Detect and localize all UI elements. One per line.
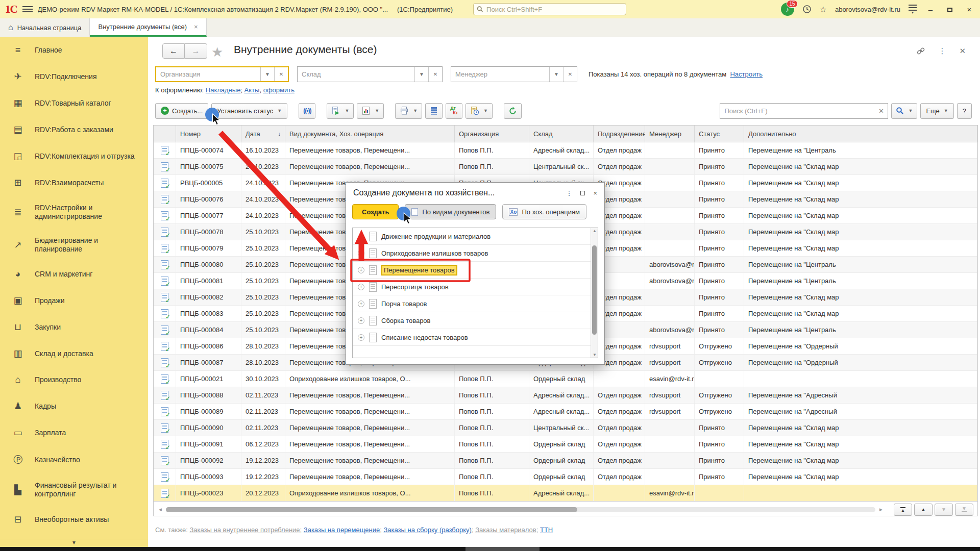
sidebar-item-15[interactable]: ⓅКазначейство xyxy=(0,446,148,473)
table-row[interactable]: ✓ППЦБ-00009002.11.2023Перемещение товаро… xyxy=(154,420,977,436)
tab-home[interactable]: ⌂ Начальная страница xyxy=(0,18,90,37)
table-row[interactable]: ✓ППЦБ-00009219.12.2023Перемещение товаро… xyxy=(154,453,977,469)
dialog-titlebar[interactable]: Создание документа по хозяйствен... ⋮ × xyxy=(346,183,604,203)
to-register-link-0[interactable]: Накладные xyxy=(206,86,241,94)
dialog-create-button[interactable]: Создать xyxy=(352,204,399,219)
clear-icon[interactable]: ✕ xyxy=(563,67,577,82)
expand-plus-icon[interactable]: + xyxy=(358,300,364,307)
sidebar-item-17[interactable]: ⊟Внеоборотные активы xyxy=(0,506,148,533)
table-search[interactable]: ✕ xyxy=(720,103,888,119)
sidebar-item-11[interactable]: ▥Склад и доставка xyxy=(0,340,148,367)
table-row[interactable]: ✓ППЦБ-00007416.10.2023Перемещение товаро… xyxy=(154,142,977,159)
tab-internal-documents[interactable]: Внутренние документы (все) × xyxy=(90,18,206,37)
table-row[interactable]: ✓ППЦБ-00009106.12.2023Перемещение товаро… xyxy=(154,436,977,453)
sidebar-item-9[interactable]: ▣Продажи xyxy=(0,287,148,314)
see-also-link-3[interactable]: Заказы материалов xyxy=(475,526,536,534)
sidebar-item-3[interactable]: ▤RDV:Работа с заказами xyxy=(0,116,148,143)
clear-icon[interactable]: ✕ xyxy=(274,67,288,81)
load-documents-button[interactable]: ▼ xyxy=(327,103,354,119)
reports-button[interactable]: ▼ xyxy=(357,103,384,119)
sidebar-item-16[interactable]: ▙Финансовый результат и контроллинг xyxy=(0,473,148,506)
dialog-list-item-6[interactable]: +Списание недостач товаров xyxy=(353,329,598,346)
minimize-button[interactable]: – xyxy=(925,5,936,14)
column-header-2[interactable]: Вид документа, Хоз. операция xyxy=(285,126,455,142)
create-button[interactable]: + Создать... xyxy=(155,103,208,119)
filter-organization-input[interactable] xyxy=(156,67,260,81)
column-header-5[interactable]: Подразделение xyxy=(594,126,645,142)
filter-manager[interactable]: ▼ ✕ xyxy=(451,66,577,82)
filter-warehouse[interactable]: ▼ ✕ xyxy=(297,66,443,82)
sidebar-item-14[interactable]: ▭Зарплата xyxy=(0,419,148,446)
scroll-up-icon[interactable]: ▲ xyxy=(591,229,598,233)
scroll-left-icon[interactable]: ◄ xyxy=(158,507,163,512)
print-button[interactable]: ▼ xyxy=(395,103,422,119)
user-email[interactable]: aborovtsova@rdv-it.ru xyxy=(835,6,900,13)
column-header-3[interactable]: Организация xyxy=(455,126,529,142)
configure-link[interactable]: Настроить xyxy=(730,70,763,78)
scroll-down-icon[interactable]: ▼ xyxy=(591,353,598,357)
register-list-button[interactable] xyxy=(425,103,443,119)
column-header-8[interactable]: Дополнительно xyxy=(744,126,977,142)
sidebar-item-2[interactable]: ▦RDV:Товарный каталог xyxy=(0,90,148,116)
scrollbar-thumb[interactable] xyxy=(592,245,597,335)
clear-icon[interactable]: ✕ xyxy=(428,67,442,82)
sidebar-collapse-button[interactable]: ▼ xyxy=(0,539,148,547)
filter-manager-input[interactable] xyxy=(451,67,549,82)
forward-button[interactable]: → xyxy=(185,43,207,59)
global-search[interactable] xyxy=(473,3,626,15)
dtkt-postings-button[interactable]: ДтКт xyxy=(446,103,462,119)
expand-plus-icon[interactable]: + xyxy=(358,284,364,290)
sidebar-item-7[interactable]: ↗Бюджетирование и планирование xyxy=(0,229,148,261)
clear-search-icon[interactable]: ✕ xyxy=(874,107,888,115)
events-button[interactable]: ((•)) xyxy=(299,103,315,119)
table-row[interactable]: ✓ППЦБ-00007524.10.2023Перемещение товаро… xyxy=(154,159,977,175)
to-register-link-1[interactable]: Акты xyxy=(244,86,260,94)
dialog-list-item-0[interactable]: +Движение продукции и материалов xyxy=(353,228,598,245)
scrollbar-thumb[interactable] xyxy=(166,507,577,512)
go-previous-button[interactable]: ▲ xyxy=(914,504,933,516)
see-also-link-1[interactable]: Заказы на перемещение xyxy=(304,526,380,534)
more-actions-icon[interactable]: ⋮ xyxy=(938,46,946,56)
dialog-list-item-1[interactable]: +Оприходование излишков товаров xyxy=(353,245,598,262)
table-row[interactable]: ✓ППЦБ-00009319.12.2023Перемещение товаро… xyxy=(154,469,977,485)
column-header-7[interactable]: Статус xyxy=(695,126,744,142)
filter-organization[interactable]: ▼ ✕ xyxy=(155,66,289,82)
sidebar-item-4[interactable]: ◲RDV:Комплектация и отгрузка xyxy=(0,143,148,169)
restore-button[interactable] xyxy=(944,5,955,14)
help-button[interactable]: ? xyxy=(957,103,972,119)
see-also-link-0[interactable]: Заказы на внутреннее потребление xyxy=(189,526,300,534)
sidebar-item-10[interactable]: ⊔Закупки xyxy=(0,314,148,340)
notifications-bell-icon[interactable]: ♪15 xyxy=(781,3,794,16)
dialog-list-item-5[interactable]: +Сборка товаров xyxy=(353,312,598,329)
column-header-6[interactable]: Менеджер xyxy=(645,126,695,142)
dialog-list-item-3[interactable]: +Пересортица товаров xyxy=(353,279,598,295)
table-row[interactable]: ✓ППЦБ-00008802.11.2023Перемещение товаро… xyxy=(154,387,977,404)
service-menu-icon[interactable]: ▾ xyxy=(909,5,917,14)
horizontal-scrollbar[interactable] xyxy=(166,507,875,512)
set-status-button[interactable]: Установить статус▼ xyxy=(211,103,287,119)
table-row[interactable]: ✓ППЦБ-00008902.11.2023Перемещение товаро… xyxy=(154,404,977,420)
sidebar-item-13[interactable]: ♟Кадры xyxy=(0,393,148,419)
scheduled-document-button[interactable]: ▼ xyxy=(465,103,493,119)
go-first-button[interactable]: ▲ xyxy=(894,504,912,516)
back-button[interactable]: ← xyxy=(162,43,185,59)
dialog-list-item-2[interactable]: +Перемещение товаров xyxy=(353,262,598,279)
history-icon[interactable] xyxy=(802,5,812,14)
dialog-list-item-4[interactable]: +Порча товаров xyxy=(353,295,598,312)
close-button[interactable]: × xyxy=(964,5,975,14)
get-link-icon[interactable] xyxy=(917,47,925,55)
see-also-link-2[interactable]: Заказы на сборку (разборку) xyxy=(383,526,471,534)
by-document-types-button[interactable]: По видам документов xyxy=(405,204,496,219)
search-settings-button[interactable]: ▼ xyxy=(891,103,917,119)
refresh-button[interactable] xyxy=(504,103,522,119)
add-to-favorites-star-icon[interactable]: ★ xyxy=(211,44,223,60)
tab-close-icon[interactable]: × xyxy=(194,23,198,31)
table-row[interactable]: ✓ППЦБ-00002320.12.2023Оприходование изли… xyxy=(154,485,977,502)
chevron-down-icon[interactable]: ▼ xyxy=(260,67,274,81)
sidebar-item-12[interactable]: ⌂Производство xyxy=(0,367,148,393)
sidebar-item-0[interactable]: ≡Главное xyxy=(0,37,148,63)
expand-plus-icon[interactable]: + xyxy=(358,250,364,257)
sidebar-item-1[interactable]: ✈RDV:Подключения xyxy=(0,63,148,90)
expand-plus-icon[interactable]: + xyxy=(358,267,364,273)
dialog-close-icon[interactable]: × xyxy=(593,189,597,197)
